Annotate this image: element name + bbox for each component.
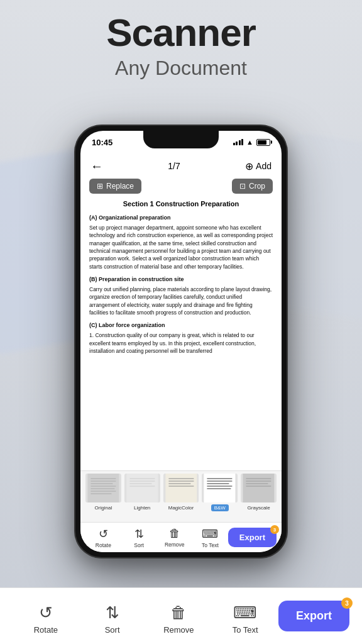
document-content: Section 1 Construction Preparation (A) O… bbox=[89, 200, 273, 470]
sort-button[interactable]: ⇅ Sort bbox=[121, 527, 157, 548]
export-badge: 3 bbox=[270, 525, 279, 534]
replace-button[interactable]: ⊞ Replace bbox=[89, 179, 141, 194]
camera-icon: ⊕ bbox=[245, 160, 253, 172]
add-label: Add bbox=[256, 161, 272, 171]
sort-label: Sort bbox=[134, 542, 144, 548]
svg-rect-0 bbox=[87, 474, 119, 502]
rotate-label: Rotate bbox=[96, 542, 111, 548]
battery-icon bbox=[256, 139, 270, 146]
to-text-label: To Text bbox=[202, 542, 219, 548]
back-button[interactable]: ← bbox=[90, 159, 103, 174]
filter-original[interactable]: Original bbox=[85, 474, 121, 511]
sort-icon: ⇅ bbox=[134, 527, 144, 541]
filter-bw-label: B&W bbox=[211, 504, 229, 511]
filter-bw-thumb bbox=[202, 474, 238, 502]
filter-lighten[interactable]: Lighten bbox=[124, 474, 160, 511]
svg-rect-24 bbox=[243, 474, 275, 502]
filter-grayscale-label: Grayscale bbox=[244, 504, 273, 511]
export-label: Export bbox=[239, 533, 265, 542]
page-indicator: 1/7 bbox=[168, 161, 180, 171]
svg-rect-8 bbox=[126, 474, 158, 502]
remove-label: Remove bbox=[165, 541, 185, 548]
app-export-badge: 3 bbox=[341, 597, 353, 609]
crop-button[interactable]: ⊡ Crop bbox=[232, 179, 273, 194]
app-to-text-icon: ⌨ bbox=[233, 603, 257, 623]
add-button[interactable]: ⊕ Add bbox=[245, 160, 272, 172]
app-remove-label: Remove bbox=[163, 625, 194, 635]
rotate-button[interactable]: ↺ Rotate bbox=[85, 527, 121, 548]
document-title: Section 1 Construction Preparation bbox=[89, 200, 273, 208]
app-export-button[interactable]: Export 3 bbox=[278, 601, 349, 631]
phone-screen: 10:45 ▲ ← 1/7 bbox=[80, 131, 282, 552]
bottom-toolbar: ↺ Rotate ⇅ Sort 🗑 Remove ⌨ To Text Expor… bbox=[80, 522, 282, 552]
replace-icon: ⊞ bbox=[97, 182, 103, 191]
phone-mockup: 10:45 ▲ ← 1/7 bbox=[74, 125, 288, 558]
section-b-heading: (B) Preparation in construction site bbox=[89, 275, 273, 284]
phone-notch bbox=[143, 131, 219, 148]
app-rotate-icon: ↺ bbox=[39, 603, 53, 623]
filter-original-label: Original bbox=[92, 504, 116, 511]
app-bottom-bar: ↺ Rotate ⇅ Sort 🗑 Remove ⌨ To Text Expor… bbox=[0, 587, 362, 644]
app-sort-button[interactable]: ⇅ Sort bbox=[79, 598, 146, 635]
export-button[interactable]: Export 3 bbox=[228, 528, 277, 547]
to-text-icon: ⌨ bbox=[202, 527, 218, 541]
filter-magiccolor[interactable]: MagicColor bbox=[163, 474, 199, 511]
trash-icon: 🗑 bbox=[169, 527, 180, 540]
svg-rect-18 bbox=[204, 474, 236, 502]
app-subtitle: Any Document bbox=[0, 57, 362, 80]
header-area: Scanner Any Document bbox=[0, 11, 362, 80]
crop-label: Crop bbox=[249, 182, 265, 191]
app-remove-button[interactable]: 🗑 Remove bbox=[146, 598, 212, 635]
section-b-body: Carry out unified planning, place materi… bbox=[89, 286, 273, 316]
signal-icon bbox=[233, 139, 244, 145]
phone-frame: 10:45 ▲ ← 1/7 bbox=[74, 125, 288, 558]
rotate-icon: ↺ bbox=[99, 527, 108, 541]
filter-lighten-label: Lighten bbox=[131, 504, 153, 511]
nav-bar: ← 1/7 ⊕ Add bbox=[80, 153, 282, 179]
app-trash-icon: 🗑 bbox=[170, 603, 187, 623]
filter-bw[interactable]: B&W bbox=[202, 474, 238, 511]
filter-lighten-thumb bbox=[124, 474, 160, 502]
app-rotate-label: Rotate bbox=[34, 625, 58, 635]
filter-grayscale[interactable]: Grayscale bbox=[241, 474, 277, 511]
to-text-button[interactable]: ⌨ To Text bbox=[192, 527, 228, 548]
svg-rect-13 bbox=[165, 474, 197, 502]
section-c-heading: (C) Labor force organization bbox=[89, 321, 273, 330]
filter-grayscale-thumb bbox=[241, 474, 277, 502]
battery-fill bbox=[258, 140, 266, 145]
app-to-text-button[interactable]: ⌨ To Text bbox=[212, 598, 278, 635]
section-a-body: Set up project manager department, appoi… bbox=[89, 224, 273, 270]
filter-original-thumb bbox=[85, 474, 121, 502]
section-c-body: 1. Construction quality of our company i… bbox=[89, 331, 273, 355]
filter-magiccolor-label: MagicColor bbox=[165, 504, 197, 511]
app-title: Scanner bbox=[0, 11, 362, 54]
filter-magiccolor-thumb bbox=[163, 474, 199, 502]
remove-button[interactable]: 🗑 Remove bbox=[156, 527, 192, 548]
wifi-icon: ▲ bbox=[246, 138, 253, 146]
document-body: (A) Organizational preparation Set up pr… bbox=[89, 214, 273, 355]
filter-strip: Original Lighten bbox=[80, 470, 282, 522]
app-rotate-button[interactable]: ↺ Rotate bbox=[13, 598, 79, 635]
replace-label: Replace bbox=[106, 182, 134, 191]
crop-icon: ⊡ bbox=[239, 182, 246, 191]
status-time: 10:45 bbox=[92, 138, 112, 147]
section-a-heading: (A) Organizational preparation bbox=[89, 214, 273, 222]
app-to-text-label: To Text bbox=[233, 625, 258, 635]
app-export-label: Export bbox=[296, 609, 332, 622]
action-buttons: ⊞ Replace ⊡ Crop bbox=[80, 179, 282, 194]
app-sort-label: Sort bbox=[105, 625, 120, 635]
app-sort-icon: ⇅ bbox=[106, 603, 119, 623]
status-icons: ▲ bbox=[233, 138, 270, 146]
